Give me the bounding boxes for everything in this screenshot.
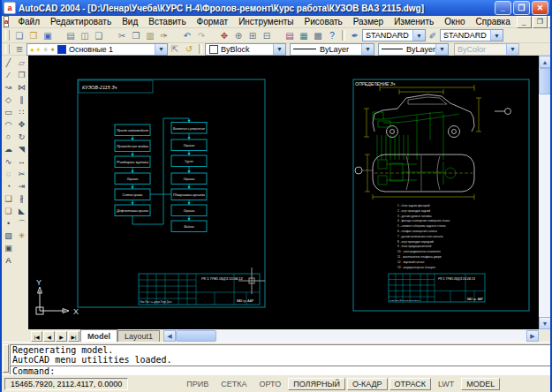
erase-icon[interactable]: ▱ bbox=[16, 57, 27, 69]
text-style-combo[interactable]: STANDARD ▼ bbox=[362, 29, 426, 41]
coordinates-readout[interactable]: 15465.7920, 2112.4117, 0.0000 bbox=[4, 378, 128, 390]
rotate-icon[interactable]: ↻ bbox=[16, 131, 27, 143]
ellipse-arc-icon[interactable]: ◔ bbox=[3, 180, 14, 192]
dim-style-icon[interactable]: ✐ bbox=[426, 29, 440, 42]
menu-инструменты[interactable]: Инструменты bbox=[233, 17, 299, 26]
mirror-icon[interactable]: ⋈ bbox=[16, 81, 27, 94]
zoom-window-icon[interactable]: ⊞ bbox=[246, 29, 260, 42]
status-toggle-сетка[interactable]: СЕТКА bbox=[216, 378, 252, 390]
make-objects-layer-current-icon[interactable]: ⇱ bbox=[168, 43, 182, 55]
minimize-button[interactable]: _ bbox=[495, 1, 511, 15]
offset-icon[interactable]: ∥ bbox=[16, 94, 27, 106]
redo-icon[interactable]: ↷ bbox=[194, 29, 208, 42]
layer-vpfreeze-icon[interactable]: ☀ bbox=[42, 46, 49, 54]
chamfer-icon[interactable]: ◣ bbox=[16, 205, 27, 217]
polygon-icon[interactable]: ◇ bbox=[3, 94, 14, 106]
array-icon[interactable]: ∷ bbox=[16, 106, 27, 118]
layer-combo[interactable]: ●☀☀✦ Основные 1 ▼ bbox=[26, 43, 168, 56]
chevron-down-icon[interactable]: ▼ bbox=[273, 44, 285, 55]
publish-icon[interactable]: ❑ bbox=[92, 29, 106, 42]
vertical-scroll-track[interactable] bbox=[539, 94, 551, 317]
status-toggle-отраск[interactable]: ОТРАСК bbox=[389, 378, 431, 390]
chevron-down-icon[interactable]: ▼ bbox=[361, 44, 374, 55]
cut-icon[interactable]: ✂ bbox=[115, 29, 129, 42]
menu-окно[interactable]: Окно bbox=[439, 17, 470, 26]
horizontal-scrollbar[interactable]: ◀ ▶ bbox=[163, 330, 539, 342]
undo-icon[interactable]: ↶ bbox=[180, 29, 194, 42]
region-icon[interactable]: ▣ bbox=[3, 242, 14, 254]
help-icon[interactable]: ? bbox=[325, 29, 339, 42]
print-preview-icon[interactable]: ◫ bbox=[78, 29, 92, 42]
tab-first-icon[interactable]: |◀ bbox=[31, 331, 42, 342]
zoom-previous-icon[interactable]: ⊟ bbox=[260, 29, 274, 42]
menu-вставить[interactable]: Вставить bbox=[143, 17, 191, 26]
vertical-scroll-thumb[interactable] bbox=[539, 68, 551, 94]
tab-next-icon[interactable]: ▶ bbox=[56, 331, 67, 342]
spline-icon[interactable]: ∿ bbox=[3, 155, 14, 168]
revision-cloud-icon[interactable]: ☁ bbox=[3, 143, 14, 155]
make-block-icon[interactable]: ❏ bbox=[3, 205, 14, 217]
match-properties-icon[interactable]: ✑ bbox=[157, 29, 171, 42]
arc-icon[interactable]: ◠ bbox=[3, 118, 14, 131]
menu-редактировать[interactable]: Редактировать bbox=[45, 17, 117, 26]
status-toggle-прив[interactable]: ПРИВ bbox=[181, 378, 214, 390]
toolbar-grip[interactable] bbox=[5, 44, 10, 53]
menu-вид[interactable]: Вид bbox=[117, 17, 143, 26]
menu-справка[interactable]: Справка bbox=[471, 17, 516, 26]
insert-block-icon[interactable]: ❑ bbox=[3, 192, 14, 205]
menu-изменить[interactable]: Изменить bbox=[389, 17, 439, 26]
properties-icon[interactable]: ▦ bbox=[297, 29, 311, 42]
drawing-area[interactable]: КУЗОВ-2115 Зч Прием автомобиляПроведение… bbox=[28, 56, 539, 329]
vertical-scrollbar[interactable]: ▲ ▼ bbox=[539, 56, 551, 329]
mdi-minimize-button[interactable]: _ bbox=[517, 16, 532, 28]
layer-previous-icon[interactable]: ↺ bbox=[182, 43, 196, 55]
save-icon[interactable]: ▣ bbox=[41, 29, 55, 42]
tab-layout1[interactable]: Layout1 bbox=[117, 330, 160, 342]
layers-manager-icon[interactable]: ≣ bbox=[12, 43, 26, 55]
zoom-realtime-icon[interactable]: ⊕ bbox=[231, 29, 246, 42]
maximize-button[interactable]: ❐ bbox=[513, 1, 530, 15]
linetype-combo[interactable]: ByLayer ▼ bbox=[290, 43, 374, 56]
mdi-restore-button[interactable]: ❐ bbox=[533, 16, 548, 28]
multiline-text-icon[interactable]: A bbox=[3, 254, 14, 267]
tool-palettes-icon[interactable]: ▤ bbox=[283, 29, 297, 42]
horizontal-scroll-thumb[interactable] bbox=[176, 330, 216, 342]
chevron-down-icon[interactable]: ▼ bbox=[490, 30, 503, 41]
chevron-down-icon[interactable]: ▼ bbox=[155, 44, 167, 55]
explode-icon[interactable]: ✳ bbox=[16, 230, 27, 242]
command-window-grip[interactable] bbox=[3, 344, 9, 373]
status-toggle-полярный[interactable]: ПОЛЯРНЫЙ bbox=[288, 378, 345, 390]
chevron-down-icon[interactable]: ▼ bbox=[435, 44, 448, 55]
open-icon[interactable]: ❒ bbox=[26, 29, 41, 42]
paste-icon[interactable]: ▥ bbox=[143, 29, 157, 42]
ellipse-icon[interactable]: ◌ bbox=[3, 168, 14, 180]
scroll-right-icon[interactable]: ▶ bbox=[526, 330, 539, 342]
construction-line-icon[interactable]: ⁄ bbox=[3, 69, 14, 81]
menu-формат[interactable]: Формат bbox=[192, 17, 234, 26]
stretch-icon[interactable]: ↔ bbox=[16, 155, 27, 168]
break-icon[interactable]: ∦ bbox=[16, 192, 27, 205]
scroll-up-icon[interactable]: ▲ bbox=[539, 56, 551, 68]
scroll-left-icon[interactable]: ◀ bbox=[163, 330, 176, 342]
status-toggle-model[interactable]: MODEL bbox=[461, 378, 500, 390]
new-icon[interactable]: ❏ bbox=[12, 29, 26, 42]
tab-model[interactable]: Model bbox=[80, 329, 117, 342]
copy-object-icon[interactable]: ❐ bbox=[16, 69, 27, 81]
designcenter-icon[interactable]: ▩ bbox=[311, 29, 325, 42]
status-toggle-орто[interactable]: ОРТО bbox=[254, 378, 287, 390]
circle-icon[interactable]: ○ bbox=[3, 131, 14, 143]
scale-icon[interactable]: ◥ bbox=[16, 143, 27, 155]
pan-realtime-icon[interactable]: ✥ bbox=[217, 29, 231, 42]
menu-размер[interactable]: Размер bbox=[348, 17, 389, 26]
lineweight-combo[interactable]: ByLayer ▼ bbox=[378, 43, 449, 56]
move-icon[interactable]: ✥ bbox=[16, 118, 27, 131]
chevron-down-icon[interactable]: ▼ bbox=[412, 30, 425, 41]
color-combo[interactable]: ByBlock ▼ bbox=[205, 43, 286, 56]
hatch-icon[interactable]: ▨ bbox=[3, 230, 14, 242]
layer-on-icon[interactable]: ● bbox=[30, 46, 34, 54]
mdi-close-button[interactable]: ✕ bbox=[548, 16, 552, 28]
scroll-down-icon[interactable]: ▼ bbox=[539, 317, 551, 329]
plot-icon[interactable]: ▤ bbox=[64, 29, 78, 42]
menu-файл[interactable]: Файл bbox=[12, 17, 45, 26]
fillet-icon[interactable]: ⌒ bbox=[16, 217, 27, 230]
